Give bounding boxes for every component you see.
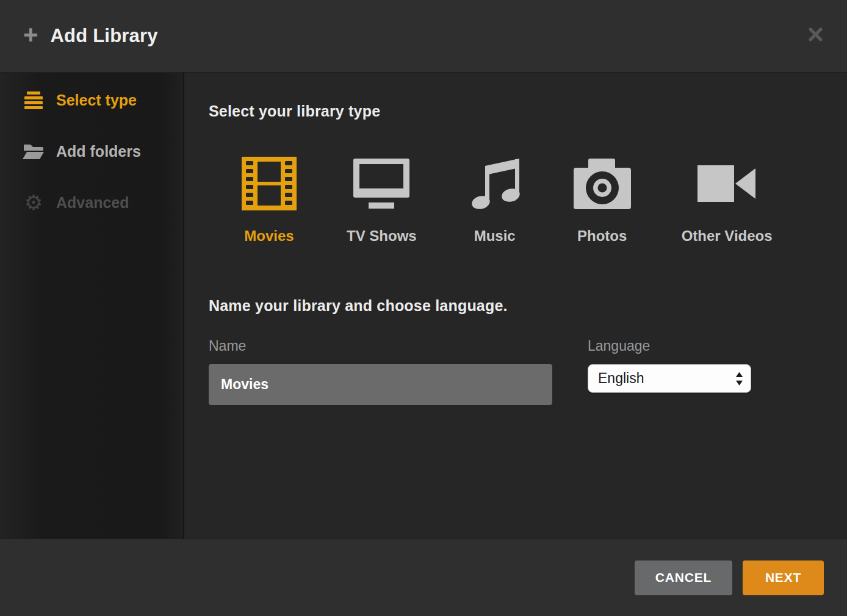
add-library-dialog: + Add Library Select type	[0, 0, 847, 616]
plus-icon: +	[23, 22, 38, 48]
next-button[interactable]: NEXT	[743, 560, 824, 595]
film-strip-icon	[242, 156, 297, 212]
type-option-tv-shows[interactable]: TV Shows	[347, 156, 417, 245]
type-option-label: Music	[474, 227, 516, 245]
sidebar-item-label: Select type	[56, 91, 137, 109]
list-bars-icon	[22, 91, 45, 109]
library-type-row: Movies TV Shows	[242, 156, 847, 245]
sidebar-item-select-type[interactable]: Select type	[0, 74, 183, 126]
language-select-value: English	[598, 370, 644, 387]
dialog-content: Select your library type	[184, 73, 847, 539]
open-folder-icon	[22, 142, 45, 161]
type-section-title: Select your library type	[209, 102, 847, 120]
fields-row: Name Language English	[209, 338, 847, 405]
close-icon	[809, 27, 823, 41]
dialog-title: Add Library	[51, 25, 158, 47]
name-field-group: Name	[209, 338, 552, 405]
dialog-header: + Add Library	[0, 0, 847, 73]
cancel-button[interactable]: CANCEL	[635, 560, 732, 595]
language-field-label: Language	[588, 338, 751, 354]
type-option-label: Other Videos	[682, 227, 773, 245]
type-option-music[interactable]: Music	[467, 156, 523, 245]
sidebar-item-label: Advanced	[56, 194, 129, 212]
sidebar-item-add-folders[interactable]: Add folders	[0, 126, 183, 177]
name-section-title: Name your library and choose language.	[209, 297, 847, 315]
dialog-body: Select type Add folders ⚙ Advanced	[0, 73, 847, 539]
type-option-photos[interactable]: Photos	[573, 156, 632, 245]
dialog-footer: CANCEL NEXT	[0, 539, 847, 616]
name-field-label: Name	[209, 338, 552, 354]
language-field-group: Language English	[588, 338, 751, 393]
select-arrows-icon	[735, 372, 743, 385]
music-note-icon	[467, 156, 523, 212]
type-option-label: Movies	[244, 227, 294, 245]
type-option-other-videos[interactable]: Other Videos	[682, 156, 773, 245]
camera-icon	[573, 156, 632, 212]
sidebar-item-label: Add folders	[56, 143, 141, 160]
type-option-movies[interactable]: Movies	[242, 156, 297, 245]
sidebar-item-advanced: ⚙ Advanced	[0, 177, 183, 228]
library-name-input[interactable]	[209, 364, 552, 405]
type-option-label: Photos	[577, 227, 627, 245]
type-option-label: TV Shows	[347, 227, 417, 245]
video-camera-icon	[697, 156, 757, 212]
language-select[interactable]: English	[588, 364, 751, 393]
close-button[interactable]	[806, 24, 825, 44]
tv-monitor-icon	[351, 156, 411, 212]
gear-icon: ⚙	[22, 192, 45, 213]
wizard-steps-sidebar: Select type Add folders ⚙ Advanced	[0, 73, 184, 539]
